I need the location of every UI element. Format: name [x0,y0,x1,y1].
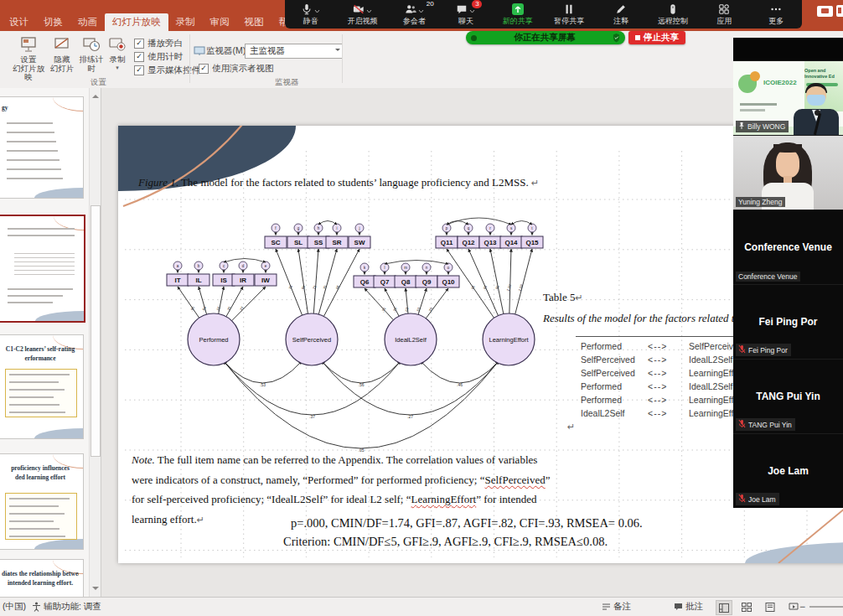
tab-设计[interactable]: 设计 [2,13,36,31]
stop-share-button[interactable]: 停止共享 [628,31,685,44]
tab-幻灯片放映[interactable]: 幻灯片放映 [105,13,168,31]
toolbar-chat[interactable]: 3聊天 [440,0,492,28]
fit-statistics: p=.000, CMIN/DF=1.74, GFI=.87, AGFI=.82,… [283,514,643,551]
toolbar-label: 开启视频 [348,16,378,27]
slideshow-options: ✓播放旁白✓使用计时✓显示媒体控件 [134,38,200,76]
toolbar-label: 静音 [303,16,318,27]
svg-text:.62: .62 [215,305,221,312]
svg-text:Performed: Performed [199,336,228,344]
group-label-setup: 设置 [91,77,106,88]
svg-text:.90: .90 [494,284,500,291]
mic-off-icon [738,344,746,355]
more-icon [770,3,782,15]
conference-banner-text: Open andInnovative Ed [804,68,840,80]
icoie-logo: ICOIE2022 [763,79,797,86]
zoom-slider[interactable] [809,606,843,608]
normal-view-button[interactable] [716,600,732,615]
toolbar-annotate[interactable]: 注释 [595,0,647,28]
mic-off-icon [738,494,746,505]
slide-sorter-view-button[interactable] [739,600,754,613]
participant-tile[interactable]: Yuning Zheng [733,135,843,210]
thumbnail-scrollbar[interactable] [89,88,101,597]
figure-caption: Figure 1. The model for the factors rela… [138,176,539,189]
toolbar-apps[interactable]: 应用 [699,0,751,28]
toolbar-remote-control[interactable]: 远程控制 [647,0,699,28]
tab-视图[interactable]: 视图 [237,13,272,31]
toolbar-label: 参会者 [403,16,426,27]
slide-thumbnail-1[interactable]: gy [0,96,84,199]
reading-view-button[interactable] [763,600,778,613]
toolbar-label: 聊天 [458,16,473,27]
record-dropdown-arrow[interactable]: ▾ [106,65,129,71]
svg-text:SelfPerceived: SelfPerceived [292,336,331,344]
checkbox-显示媒体控件[interactable]: ✓显示媒体控件 [134,65,200,76]
toolbar-start-video[interactable]: 开启视频 [337,0,389,28]
presenter-view-checkbox[interactable]: ✓使用演示者视图 [199,63,274,75]
hide-slide-button[interactable]: 隐藏幻灯片 [45,35,79,79]
chevron-down-icon[interactable] [314,2,320,17]
rehearse-timings-button[interactable]: 排练计时 [77,35,106,79]
video-sidebar: ICOIE2022Open andInnovative EdBilly WONG… [733,38,843,503]
accessibility-icon [32,602,41,612]
zoom-out-button[interactable]: − [799,601,805,613]
toolbar-more[interactable]: 更多 [750,0,802,28]
screen-share-banner[interactable]: 你正在共享屏幕 [466,31,625,44]
apps-icon [718,3,730,15]
scroll-down-icon[interactable] [92,587,99,593]
comments-button[interactable]: 批注 [674,601,703,613]
chevron-down-icon[interactable] [366,2,372,17]
thumbnail-title: ded learning effort [2,474,79,482]
ppt-share-button-fragment[interactable] [817,6,833,17]
scroll-up-icon[interactable] [92,91,99,98]
note-line: learning effort.↵ [132,513,204,526]
svg-text:m: m [404,266,407,270]
svg-text:IT: IT [174,277,180,284]
tab-动画[interactable]: 动画 [70,13,105,31]
notes-button[interactable]: 备注 [602,601,631,613]
chevron-down-icon[interactable] [418,2,424,17]
notes-icon [602,603,611,611]
setup-slideshow-button[interactable]: 设置幻灯片放映 [12,35,45,79]
table5-block: Table 5↵ Results of the model for the fa… [543,289,583,304]
status-bar: (中国) 辅助功能: 调查 备注 批注 − [0,597,843,616]
participant-tile[interactable]: Conference VenueConference Venue [733,210,843,284]
slide-thumbnail-5[interactable]: diates the relationship betweenintended … [0,559,84,597]
participant-tile[interactable]: TANG Pui YinTANG Pui Yin [733,359,843,433]
tab-审阅[interactable]: 审阅 [203,13,237,31]
remote-icon [667,3,679,15]
monitor-dropdown[interactable]: 主监视器 [245,44,343,59]
checkbox-播放旁白[interactable]: ✓播放旁白 [134,38,200,49]
svg-text:Q8: Q8 [401,278,411,286]
svg-text:.93: .93 [482,284,488,291]
svg-text:Q7: Q7 [380,278,390,286]
slide-thumbnail-3[interactable]: C1-C2 leaners’ self-ratingerformance [0,334,84,439]
window-control-icon[interactable] [836,5,843,17]
tab-录制[interactable]: 录制 [168,13,203,31]
tab-切换[interactable]: 切换 [36,13,70,31]
participant-tile[interactable]: ICOIE2022Open andInnovative EdBilly WONG [733,60,843,135]
svg-text:.37: .37 [309,414,315,419]
accessibility-status[interactable]: 辅助功能: 调查 [32,601,101,613]
participant-label: Fei Ping Por [736,344,791,356]
svg-text:.68: .68 [334,284,340,291]
toolbar-mute[interactable]: 静音 [285,0,337,28]
pen-icon [615,3,627,15]
toolbar-pause-share[interactable]: 暂停共享 [544,0,596,28]
svg-text:.84: .84 [201,305,207,312]
svg-text:IS: IS [220,277,227,284]
language-status[interactable]: (中国) [3,601,26,613]
svg-text:Q9: Q9 [422,278,432,286]
participant-tile[interactable]: Joe LamJoe Lam [733,433,843,508]
slide-thumbnail-2[interactable] [0,215,85,323]
record-button[interactable]: 录制 ▾ [106,35,129,79]
stats-line1: p=.000, CMIN/DF=1.74, GFI=.87, AGFI=.82,… [283,514,643,532]
toolbar-new-share[interactable]: 新的共享 [492,0,544,28]
rehearse-timings-icon [82,35,101,54]
toolbar-participants[interactable]: 20参会者 [388,0,440,28]
checkbox-使用计时[interactable]: ✓使用计时 [134,51,200,63]
scrollbar-thumb[interactable] [91,205,101,457]
record-icon [108,35,127,54]
slide-thumbnail-4[interactable]: proficiency influencesded learning effor… [0,453,84,550]
participant-tile[interactable]: Fei Ping PorFei Ping Por [733,284,843,359]
thumbnail-title: diates the relationship between [2,570,79,578]
